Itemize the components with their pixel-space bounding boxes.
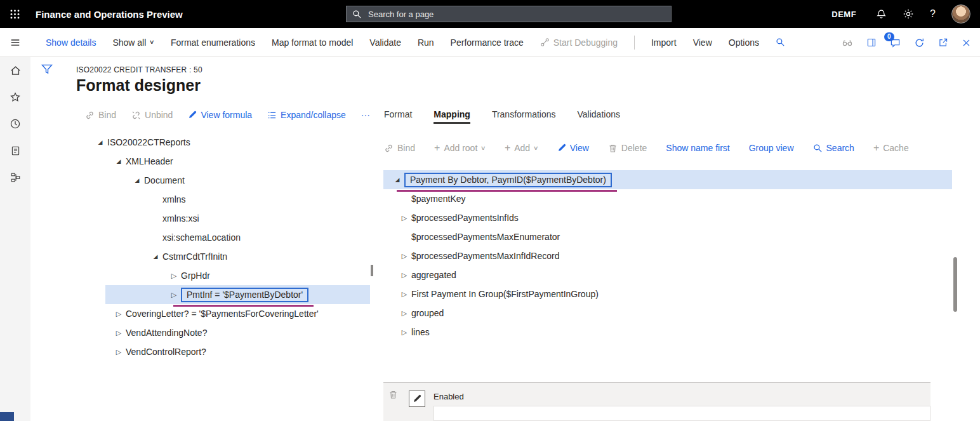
mapping-tabs: FormatMappingTransformationsValidations [384, 109, 620, 124]
tree-node[interactable]: ▷grouped [383, 304, 952, 323]
nav-menu-button[interactable] [0, 28, 30, 57]
tree-node[interactable]: ▷CoveringLetter? = '$PaymentsForCovering… [76, 304, 370, 323]
expand-icon[interactable]: ▷ [399, 329, 409, 336]
task-recorder-button[interactable] [842, 37, 853, 48]
collapse-icon[interactable]: ◢ [95, 140, 105, 145]
tree-node[interactable]: xsi:schemaLocation [76, 228, 370, 247]
show-all-button[interactable]: Show all∨ [112, 37, 154, 48]
validate-button[interactable]: Validate [369, 37, 401, 48]
view-button[interactable]: View [693, 37, 712, 48]
expand-icon[interactable]: ▷ [114, 330, 124, 337]
tree-node[interactable]: xmlns [76, 190, 370, 209]
pane-splitter-handle[interactable] [371, 265, 373, 276]
view-button[interactable]: View [557, 143, 589, 153]
messages-button[interactable]: 0 [890, 37, 901, 48]
expand-icon[interactable]: ▷ [114, 311, 124, 317]
map-format-to-model-button[interactable]: Map format to model [272, 37, 353, 48]
delete-button[interactable]: Delete [608, 143, 647, 153]
expand-icon[interactable]: ▷ [399, 253, 409, 260]
toolbar-item-label: Expand/collapse [281, 110, 346, 120]
tab-transformations[interactable]: Transformations [492, 109, 556, 124]
start-debugging-button[interactable]: Start Debugging [540, 37, 618, 48]
avatar[interactable] [951, 4, 970, 23]
bind-button[interactable]: Bind [85, 110, 116, 120]
expand-icon[interactable]: ▷ [399, 215, 409, 222]
tree-node[interactable]: ◢Document [76, 171, 370, 190]
workspaces-button[interactable] [0, 164, 30, 190]
popout-button[interactable] [938, 37, 948, 48]
filter-button[interactable] [41, 63, 53, 78]
home-button[interactable] [0, 57, 30, 84]
tab-validations[interactable]: Validations [578, 109, 620, 124]
tree-node-label: VendControlReport? [126, 347, 206, 357]
tree-node-label: grouped [411, 308, 444, 318]
add-button[interactable]: +Add∨ [505, 143, 538, 153]
edit-formula-button[interactable] [409, 391, 425, 407]
tree-node[interactable]: $paymentKey [383, 189, 952, 208]
favorites-button[interactable] [0, 84, 30, 110]
tree-node[interactable]: xmlns:xsi [76, 209, 370, 228]
forms-button[interactable] [0, 137, 30, 164]
tree-node[interactable]: ▷aggregated [383, 265, 952, 284]
tab-mapping[interactable]: Mapping [434, 109, 470, 124]
tree-node[interactable]: ▷First Payment In Group($FirstPaymentInG… [383, 284, 952, 304]
import-button[interactable]: Import [651, 37, 677, 48]
unbind-button[interactable]: Unbind [131, 110, 173, 120]
app-launcher-button[interactable] [0, 0, 29, 28]
tree-node[interactable]: ◢Payment By Debtor, PaymID($PaymentByDeb… [383, 170, 952, 189]
expand-icon[interactable]: ▷ [114, 349, 124, 356]
notifications-button[interactable] [876, 9, 887, 20]
bind-button[interactable]: Bind [384, 143, 415, 153]
tree-node[interactable]: ▷$processedPaymentsInfIds [383, 208, 952, 227]
collapse-icon[interactable]: ◢ [114, 159, 124, 164]
search-icon [352, 10, 362, 19]
options-button[interactable]: Options [729, 37, 759, 48]
add-root-button[interactable]: +Add root∨ [434, 143, 486, 153]
sidepane-button[interactable] [866, 37, 877, 48]
format-enumerations-button[interactable]: Format enumerations [171, 37, 255, 48]
collapse-icon[interactable]: ◢ [392, 177, 402, 183]
tree-node[interactable]: ◢CstmrCdtTrfInitn [76, 247, 370, 266]
hierarchy-icon [10, 172, 21, 183]
search-input[interactable] [367, 9, 665, 20]
tree-node[interactable]: ▷VendControlReport? [76, 342, 370, 361]
more-options-button[interactable]: ··· [361, 110, 370, 120]
tree-node[interactable]: ▷PmtInf = '$PaymentByDebtor' [76, 285, 370, 304]
enabled-field[interactable] [434, 406, 930, 421]
expand-collapse-button[interactable]: Expand/collapse [267, 110, 346, 120]
page-search-box[interactable] [346, 6, 672, 22]
show-name-first-button[interactable]: Show name first [666, 143, 729, 153]
search-button[interactable]: Search [813, 143, 854, 153]
settings-button[interactable] [903, 8, 914, 20]
collapse-icon[interactable]: ◢ [150, 254, 161, 260]
expand-icon[interactable]: ▷ [399, 291, 409, 298]
help-button[interactable]: ? [930, 9, 936, 19]
tree-node[interactable]: ▷VendAttendingNote? [76, 323, 370, 342]
tab-format[interactable]: Format [384, 109, 412, 124]
tree-node[interactable]: ◢ISO20022CTReports [76, 133, 370, 152]
find-button[interactable] [776, 37, 785, 47]
performance-trace-button[interactable]: Performance trace [451, 37, 524, 48]
toolbar-item-label: Search [826, 143, 854, 153]
toolbar-item-label: Bind [397, 143, 415, 153]
expand-icon[interactable]: ▷ [169, 291, 179, 298]
tree-node[interactable]: ▷GrpHdr [76, 266, 370, 285]
expand-icon[interactable]: ▷ [169, 272, 179, 279]
close-button[interactable] [962, 38, 971, 48]
delete-record-button[interactable] [388, 390, 398, 402]
recent-button[interactable] [0, 110, 30, 137]
group-view-button[interactable]: Group view [749, 143, 794, 153]
cache-button[interactable]: +Cache [873, 143, 909, 153]
tree-node[interactable]: ▷$processedPaymentsMaxInfIdRecord [383, 246, 952, 265]
show-details-button[interactable]: Show details [46, 37, 96, 48]
refresh-button[interactable] [914, 37, 925, 48]
tree-node[interactable]: ◢XMLHeader [76, 152, 370, 171]
scrollbar-thumb[interactable] [953, 257, 957, 312]
tree-node[interactable]: $processedPaymentsMaxEnumerator [383, 227, 952, 246]
expand-icon[interactable]: ▷ [399, 272, 409, 279]
expand-icon[interactable]: ▷ [399, 310, 409, 317]
tree-node[interactable]: ▷lines [383, 323, 952, 342]
view-formula-button[interactable]: View formula [188, 110, 252, 120]
collapse-icon[interactable]: ◢ [132, 178, 142, 184]
run-button[interactable]: Run [418, 37, 434, 48]
